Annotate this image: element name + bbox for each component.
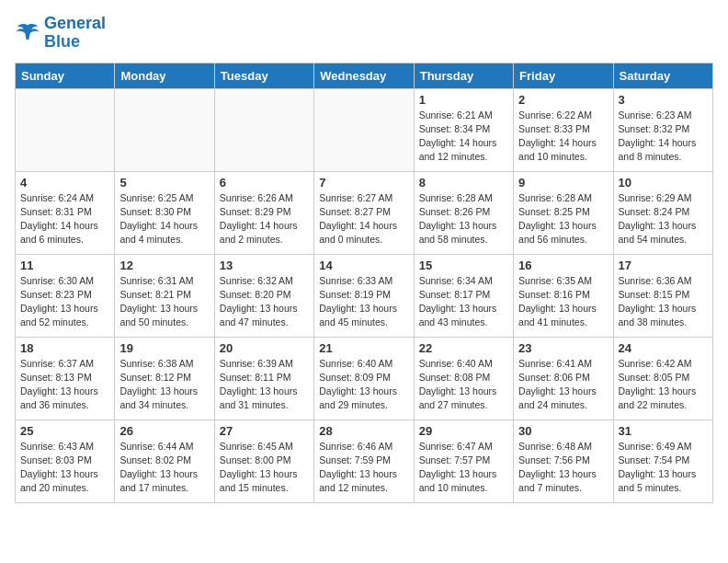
- day-info: Sunrise: 6:39 AM Sunset: 8:11 PM Dayligh…: [220, 357, 309, 413]
- day-info: Sunrise: 6:38 AM Sunset: 8:12 PM Dayligh…: [119, 357, 209, 413]
- day-info: Sunrise: 6:27 AM Sunset: 8:27 PM Dayligh…: [319, 191, 408, 247]
- calendar-cell: 11Sunrise: 6:30 AM Sunset: 8:23 PM Dayli…: [16, 254, 115, 337]
- day-info: Sunrise: 6:22 AM Sunset: 8:33 PM Dayligh…: [518, 109, 608, 165]
- day-number: 19: [119, 341, 209, 355]
- day-info: Sunrise: 6:42 AM Sunset: 8:05 PM Dayligh…: [619, 357, 708, 413]
- calendar-cell: 28Sunrise: 6:46 AM Sunset: 7:59 PM Dayli…: [314, 419, 414, 502]
- day-number: 17: [619, 259, 708, 272]
- day-number: 8: [419, 176, 508, 190]
- day-number: 18: [20, 341, 109, 355]
- day-number: 31: [619, 424, 708, 438]
- day-number: 20: [220, 341, 309, 355]
- day-info: Sunrise: 6:28 AM Sunset: 8:25 PM Dayligh…: [518, 191, 608, 247]
- calendar-cell: 13Sunrise: 6:32 AM Sunset: 8:20 PM Dayli…: [214, 254, 313, 337]
- calendar-cell: 16Sunrise: 6:35 AM Sunset: 8:16 PM Dayli…: [514, 254, 613, 337]
- calendar-cell: [214, 88, 313, 171]
- day-number: 26: [119, 424, 209, 438]
- calendar-cell: 5Sunrise: 6:25 AM Sunset: 8:30 PM Daylig…: [115, 171, 214, 254]
- day-info: Sunrise: 6:32 AM Sunset: 8:20 PM Dayligh…: [220, 274, 309, 330]
- day-number: 30: [518, 424, 608, 438]
- day-number: 12: [119, 259, 209, 272]
- calendar-cell: 24Sunrise: 6:42 AM Sunset: 8:05 PM Dayli…: [613, 337, 712, 419]
- day-number: 7: [319, 176, 408, 190]
- calendar-cell: 17Sunrise: 6:36 AM Sunset: 8:15 PM Dayli…: [613, 254, 712, 337]
- calendar-week-row: 18Sunrise: 6:37 AM Sunset: 8:13 PM Dayli…: [16, 337, 713, 419]
- day-number: 24: [619, 341, 708, 355]
- day-info: Sunrise: 6:43 AM Sunset: 8:03 PM Dayligh…: [20, 440, 109, 496]
- calendar-cell: 25Sunrise: 6:43 AM Sunset: 8:03 PM Dayli…: [16, 419, 115, 502]
- day-number: 5: [119, 176, 209, 190]
- day-info: Sunrise: 6:47 AM Sunset: 7:57 PM Dayligh…: [419, 440, 508, 496]
- calendar-cell: 2Sunrise: 6:22 AM Sunset: 8:33 PM Daylig…: [514, 88, 613, 171]
- calendar-cell: 22Sunrise: 6:40 AM Sunset: 8:08 PM Dayli…: [414, 337, 513, 419]
- day-number: 21: [319, 341, 408, 355]
- day-info: Sunrise: 6:41 AM Sunset: 8:06 PM Dayligh…: [518, 357, 608, 413]
- calendar-table: SundayMondayTuesdayWednesdayThursdayFrid…: [15, 63, 713, 503]
- weekday-header: Sunday: [16, 63, 115, 88]
- day-number: 23: [518, 341, 608, 355]
- calendar-cell: 21Sunrise: 6:40 AM Sunset: 8:09 PM Dayli…: [314, 337, 414, 419]
- calendar-cell: 31Sunrise: 6:49 AM Sunset: 7:54 PM Dayli…: [613, 419, 712, 502]
- day-info: Sunrise: 6:24 AM Sunset: 8:31 PM Dayligh…: [20, 191, 109, 247]
- day-info: Sunrise: 6:45 AM Sunset: 8:00 PM Dayligh…: [220, 440, 309, 496]
- calendar-week-row: 25Sunrise: 6:43 AM Sunset: 8:03 PM Dayli…: [16, 419, 713, 502]
- calendar-cell: 15Sunrise: 6:34 AM Sunset: 8:17 PM Dayli…: [414, 254, 513, 337]
- day-number: 11: [20, 259, 109, 272]
- day-info: Sunrise: 6:30 AM Sunset: 8:23 PM Dayligh…: [20, 274, 109, 330]
- day-number: 10: [619, 176, 708, 190]
- day-info: Sunrise: 6:37 AM Sunset: 8:13 PM Dayligh…: [20, 357, 109, 413]
- day-info: Sunrise: 6:49 AM Sunset: 7:54 PM Dayligh…: [619, 440, 708, 496]
- day-number: 9: [518, 176, 608, 190]
- day-number: 2: [518, 93, 608, 107]
- calendar-cell: 6Sunrise: 6:26 AM Sunset: 8:29 PM Daylig…: [214, 171, 313, 254]
- day-info: Sunrise: 6:40 AM Sunset: 8:09 PM Dayligh…: [319, 357, 408, 413]
- day-number: 4: [20, 176, 109, 190]
- calendar-week-row: 11Sunrise: 6:30 AM Sunset: 8:23 PM Dayli…: [16, 254, 713, 337]
- day-info: Sunrise: 6:44 AM Sunset: 8:02 PM Dayligh…: [119, 440, 209, 496]
- logo-text: General Blue: [44, 15, 106, 52]
- calendar-cell: 26Sunrise: 6:44 AM Sunset: 8:02 PM Dayli…: [115, 419, 214, 502]
- weekday-header: Monday: [115, 63, 214, 88]
- calendar-cell: 3Sunrise: 6:23 AM Sunset: 8:32 PM Daylig…: [613, 88, 712, 171]
- calendar-cell: 8Sunrise: 6:28 AM Sunset: 8:26 PM Daylig…: [414, 171, 513, 254]
- day-number: 14: [319, 259, 408, 272]
- calendar-cell: 27Sunrise: 6:45 AM Sunset: 8:00 PM Dayli…: [214, 419, 313, 502]
- day-info: Sunrise: 6:29 AM Sunset: 8:24 PM Dayligh…: [619, 191, 708, 247]
- calendar-cell: 19Sunrise: 6:38 AM Sunset: 8:12 PM Dayli…: [115, 337, 214, 419]
- day-info: Sunrise: 6:35 AM Sunset: 8:16 PM Dayligh…: [518, 274, 608, 330]
- day-number: 29: [419, 424, 508, 438]
- calendar-cell: 14Sunrise: 6:33 AM Sunset: 8:19 PM Dayli…: [314, 254, 414, 337]
- day-number: 25: [20, 424, 109, 438]
- calendar-cell: 1Sunrise: 6:21 AM Sunset: 8:34 PM Daylig…: [414, 88, 513, 171]
- weekday-header: Wednesday: [314, 63, 414, 88]
- calendar-cell: 12Sunrise: 6:31 AM Sunset: 8:21 PM Dayli…: [115, 254, 214, 337]
- day-info: Sunrise: 6:48 AM Sunset: 7:56 PM Dayligh…: [518, 440, 608, 496]
- calendar-cell: [16, 88, 115, 171]
- day-number: 28: [319, 424, 408, 438]
- day-number: 1: [419, 93, 508, 107]
- calendar-cell: 10Sunrise: 6:29 AM Sunset: 8:24 PM Dayli…: [613, 171, 712, 254]
- weekday-header: Thursday: [414, 63, 513, 88]
- calendar-cell: 30Sunrise: 6:48 AM Sunset: 7:56 PM Dayli…: [514, 419, 613, 502]
- page-header: General Blue: [15, 15, 713, 52]
- day-info: Sunrise: 6:21 AM Sunset: 8:34 PM Dayligh…: [419, 109, 508, 165]
- calendar-cell: [115, 88, 214, 171]
- weekday-header-row: SundayMondayTuesdayWednesdayThursdayFrid…: [16, 63, 713, 88]
- weekday-header: Friday: [514, 63, 613, 88]
- calendar-cell: 23Sunrise: 6:41 AM Sunset: 8:06 PM Dayli…: [514, 337, 613, 419]
- day-number: 3: [619, 93, 708, 107]
- calendar-cell: [314, 88, 414, 171]
- day-number: 16: [518, 259, 608, 272]
- calendar-week-row: 4Sunrise: 6:24 AM Sunset: 8:31 PM Daylig…: [16, 171, 713, 254]
- day-info: Sunrise: 6:23 AM Sunset: 8:32 PM Dayligh…: [619, 109, 708, 165]
- calendar-cell: 18Sunrise: 6:37 AM Sunset: 8:13 PM Dayli…: [16, 337, 115, 419]
- weekday-header: Saturday: [613, 63, 712, 88]
- logo-icon: [15, 20, 40, 46]
- day-number: 13: [220, 259, 309, 272]
- calendar-cell: 20Sunrise: 6:39 AM Sunset: 8:11 PM Dayli…: [214, 337, 313, 419]
- calendar-cell: 9Sunrise: 6:28 AM Sunset: 8:25 PM Daylig…: [514, 171, 613, 254]
- day-info: Sunrise: 6:46 AM Sunset: 7:59 PM Dayligh…: [319, 440, 408, 496]
- weekday-header: Tuesday: [214, 63, 313, 88]
- calendar-cell: 4Sunrise: 6:24 AM Sunset: 8:31 PM Daylig…: [16, 171, 115, 254]
- day-number: 15: [419, 259, 508, 272]
